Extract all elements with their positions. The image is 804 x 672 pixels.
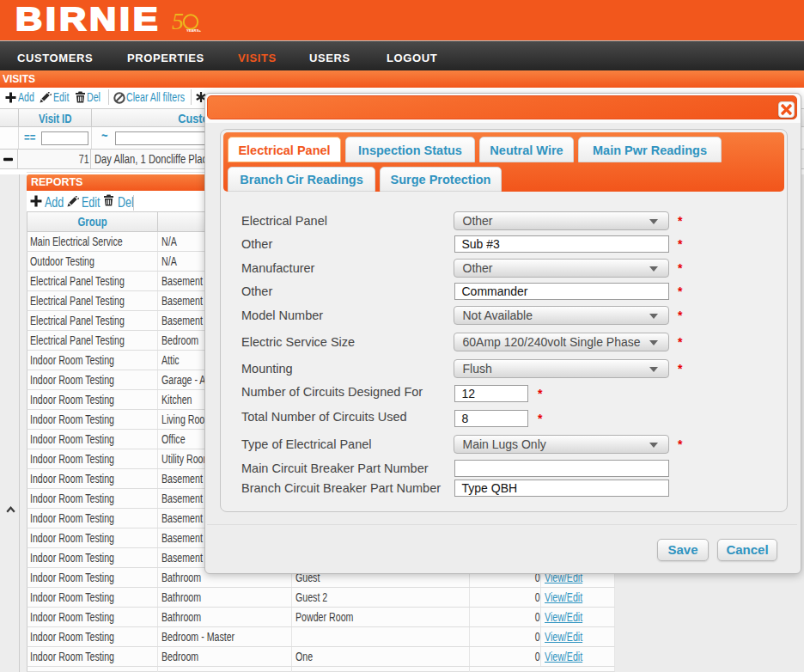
svg-text:YEARS+: YEARS+ [186, 28, 201, 33]
svg-text:5: 5 [172, 8, 184, 34]
